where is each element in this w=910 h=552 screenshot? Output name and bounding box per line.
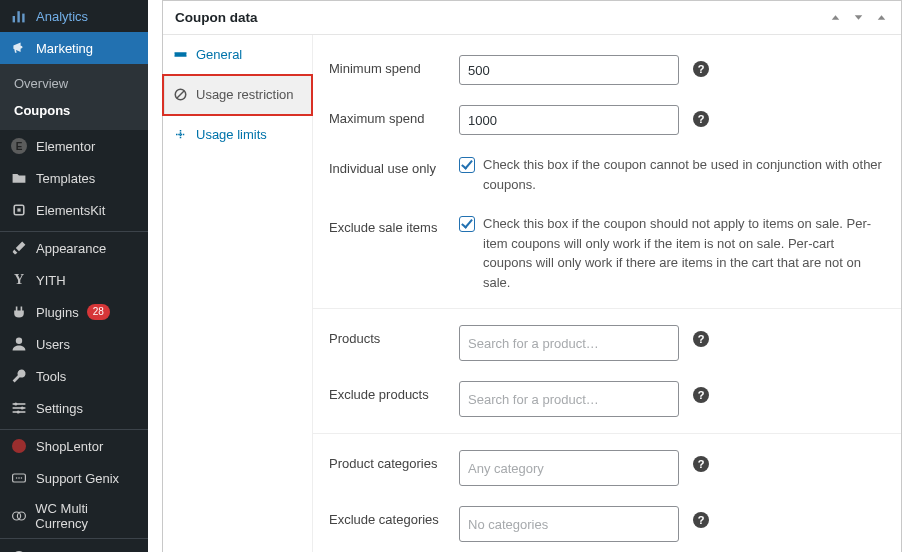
- coupon-tabs: General Usage restriction Usage limits: [163, 35, 313, 552]
- plugin-icon: [10, 303, 28, 321]
- expand-icon: [173, 127, 188, 142]
- exclude-sale-desc: Check this box if the coupon should not …: [483, 214, 885, 292]
- sidebar-item-label: Analytics: [36, 9, 88, 24]
- panel-move-down[interactable]: [851, 10, 866, 25]
- sidebar-collapse[interactable]: Collapse menu: [0, 538, 148, 552]
- user-icon: [10, 335, 28, 353]
- sidebar-item-label: Elementor: [36, 139, 95, 154]
- panel-controls: [828, 10, 889, 25]
- sidebar-item-analytics[interactable]: Analytics: [0, 0, 148, 32]
- form-divider: [313, 308, 901, 309]
- block-icon: [173, 87, 188, 102]
- svg-rect-4: [17, 208, 20, 211]
- sidebar-item-label: Support Genix: [36, 471, 119, 486]
- svg-point-9: [14, 402, 17, 405]
- sidebar-item-yith[interactable]: Y YITH: [0, 264, 148, 296]
- row-minimum-spend: Minimum spend ?: [313, 45, 901, 95]
- sidebar-item-marketing[interactable]: Marketing: [0, 32, 148, 64]
- help-icon[interactable]: ?: [693, 331, 709, 347]
- svg-point-11: [17, 410, 20, 413]
- sidebar-item-elementor[interactable]: E Elementor: [0, 130, 148, 162]
- row-products: Products ?: [313, 315, 901, 371]
- sidebar-item-tools[interactable]: Tools: [0, 360, 148, 392]
- svg-rect-0: [13, 16, 15, 22]
- form-divider: [313, 433, 901, 434]
- maximum-spend-input[interactable]: [459, 105, 679, 135]
- products-input[interactable]: [459, 325, 679, 361]
- tab-usage-restriction[interactable]: Usage restriction: [163, 75, 312, 115]
- individual-use-label: Individual use only: [329, 155, 459, 176]
- product-categories-input[interactable]: [459, 450, 679, 486]
- sidebar-item-label: Appearance: [36, 241, 106, 256]
- help-icon[interactable]: ?: [693, 387, 709, 403]
- exclude-sale-label: Exclude sale items: [329, 214, 459, 235]
- sidebar-item-label: ElementsKit: [36, 203, 105, 218]
- sidebar-item-shoplentor[interactable]: ShopLentor: [0, 430, 148, 462]
- svg-point-14: [18, 477, 20, 479]
- exclude-categories-input[interactable]: [459, 506, 679, 542]
- elementor-icon: E: [10, 137, 28, 155]
- wrench-icon: [10, 367, 28, 385]
- tab-usage-limits[interactable]: Usage limits: [163, 115, 312, 154]
- sidebar-item-elementskit[interactable]: ElementsKit: [0, 194, 148, 226]
- row-exclude-products: Exclude products ?: [313, 371, 901, 427]
- sidebar-item-label: Marketing: [36, 41, 93, 56]
- sidebar-item-appearance[interactable]: Appearance: [0, 232, 148, 264]
- svg-point-10: [21, 406, 24, 409]
- maximum-spend-label: Maximum spend: [329, 105, 459, 126]
- exclude-products-label: Exclude products: [329, 381, 459, 402]
- svg-point-5: [16, 338, 22, 344]
- help-icon[interactable]: ?: [693, 456, 709, 472]
- currency-icon: [10, 507, 27, 525]
- tab-general[interactable]: General: [163, 35, 312, 75]
- ticket-icon: [10, 469, 28, 487]
- tab-label: General: [196, 47, 242, 62]
- help-icon[interactable]: ?: [693, 111, 709, 127]
- sidebar-item-settings[interactable]: Settings: [0, 392, 148, 424]
- analytics-icon: [10, 7, 28, 25]
- sidebar-item-plugins[interactable]: Plugins 28: [0, 296, 148, 328]
- row-exclude-sale: Exclude sale items Check this box if the…: [313, 204, 901, 302]
- sidebar-item-support-genix[interactable]: Support Genix: [0, 462, 148, 494]
- tab-label: Usage restriction: [196, 87, 294, 102]
- shoplentor-icon: [10, 437, 28, 455]
- sidebar-item-label: Users: [36, 337, 70, 352]
- row-maximum-spend: Maximum spend ?: [313, 95, 901, 145]
- admin-sidebar: Analytics Marketing Overview Coupons E E…: [0, 0, 148, 552]
- exclude-products-input[interactable]: [459, 381, 679, 417]
- svg-rect-2: [22, 14, 24, 23]
- panel-toggle[interactable]: [874, 10, 889, 25]
- svg-point-17: [17, 512, 25, 520]
- panel-header: Coupon data: [163, 1, 901, 35]
- sliders-icon: [10, 399, 28, 417]
- sidebar-item-wc-multi-currency[interactable]: WC Multi Currency: [0, 494, 148, 538]
- exclude-sale-checkbox[interactable]: [459, 216, 475, 232]
- panel-move-up[interactable]: [828, 10, 843, 25]
- tab-label: Usage limits: [196, 127, 267, 142]
- sidebar-submenu-marketing: Overview Coupons: [0, 64, 148, 130]
- folder-icon: [10, 169, 28, 187]
- svg-point-13: [16, 477, 18, 479]
- elementskit-icon: [10, 201, 28, 219]
- individual-use-desc: Check this box if the coupon cannot be u…: [483, 155, 885, 194]
- panel-title: Coupon data: [175, 10, 258, 25]
- minimum-spend-input[interactable]: [459, 55, 679, 85]
- active-arrow-icon: [148, 40, 156, 56]
- svg-point-15: [21, 477, 23, 479]
- sidebar-sub-coupons[interactable]: Coupons: [0, 97, 148, 124]
- sidebar-item-users[interactable]: Users: [0, 328, 148, 360]
- usage-restriction-form: Minimum spend ? Maximum spend ? Individu…: [313, 35, 901, 552]
- sidebar-item-templates[interactable]: Templates: [0, 162, 148, 194]
- svg-line-20: [177, 91, 185, 99]
- sidebar-item-label: ShopLentor: [36, 439, 103, 454]
- row-exclude-categories: Exclude categories ?: [313, 496, 901, 552]
- yith-icon: Y: [10, 271, 28, 289]
- sidebar-item-label: Plugins: [36, 305, 79, 320]
- help-icon[interactable]: ?: [693, 512, 709, 528]
- ticket-icon: [173, 47, 188, 62]
- sidebar-sub-overview[interactable]: Overview: [0, 70, 148, 97]
- exclude-categories-label: Exclude categories: [329, 506, 459, 527]
- individual-use-checkbox[interactable]: [459, 157, 475, 173]
- help-icon[interactable]: ?: [693, 61, 709, 77]
- megaphone-icon: [10, 39, 28, 57]
